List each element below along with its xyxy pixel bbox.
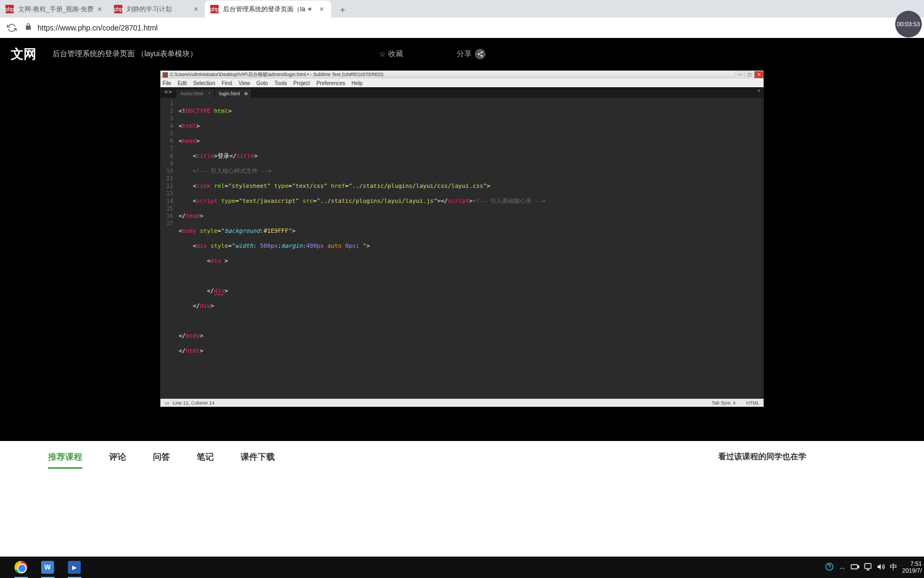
date-text: 2019/7/ (902, 567, 922, 574)
tab-size[interactable]: Tab Size: 4 (712, 400, 736, 406)
tab-notes[interactable]: 笔记 (197, 452, 214, 469)
php-favicon: php (114, 5, 122, 13)
audio-icon[interactable] (307, 6, 314, 12)
taskbar-recorder[interactable]: ▶ (61, 557, 88, 578)
tab-comments[interactable]: 评论 (109, 452, 126, 469)
php-favicon: php (5, 5, 14, 13)
svg-point-1 (478, 54, 480, 55)
menu-view[interactable]: View (238, 80, 250, 86)
share-icon (475, 49, 486, 59)
svg-point-2 (481, 55, 483, 57)
menu-goto[interactable]: Goto (256, 80, 268, 86)
editor-tab-home[interactable]: home.html × (176, 89, 214, 98)
close-icon[interactable]: × (192, 5, 199, 13)
share-button[interactable]: 分享 (457, 49, 486, 59)
svg-rect-6 (865, 564, 871, 568)
chevron-up-icon[interactable]: ︿ (838, 564, 846, 572)
menu-find[interactable]: Find (222, 80, 232, 86)
start-button[interactable] (0, 557, 7, 578)
cursor-position[interactable]: Line 11, Column 14 (173, 400, 214, 406)
reload-icon[interactable] (4, 20, 19, 35)
fav-label: 收藏 (388, 49, 403, 59)
minimap[interactable] (761, 98, 764, 399)
taskbar-chrome[interactable] (7, 557, 34, 578)
video-area[interactable]: C:\Users\Administrator\Desktop\VIP\后台模板\… (0, 70, 924, 441)
sublime-window: C:\Users\Administrator\Desktop\VIP\后台模板\… (160, 70, 764, 407)
windows-taskbar: W ▶ ︿ 中 7:51 2019/7/ (0, 557, 924, 578)
sublime-titlebar: C:\Users\Administrator\Desktop\VIP\后台模板\… (160, 71, 764, 79)
url-text[interactable]: https://www.php.cn/code/28701.html (37, 24, 158, 32)
tab-qa[interactable]: 问答 (153, 452, 170, 469)
menu-tools[interactable]: Tools (274, 80, 287, 86)
browser-tab-0[interactable]: php 文网-教程_手册_视频-免费 × (0, 1, 109, 18)
menu-file[interactable]: File (163, 80, 171, 86)
menu-edit[interactable]: Edit (178, 80, 187, 86)
page-title: 后台管理系统的登录页面 （layui表单模块） (52, 49, 197, 59)
svg-rect-5 (858, 566, 859, 568)
course-section: 推荐课程 评论 问答 笔记 课件下载 看过该课程的同学也在学 (0, 441, 924, 476)
code-content[interactable]: <!DOCTYPE html> <html> <head> <title>登录<… (176, 98, 761, 399)
menu-preferences[interactable]: Preferences (317, 80, 345, 86)
dirty-indicator-icon (244, 92, 248, 95)
editor-tab-login-active[interactable]: login.html (215, 89, 251, 98)
browser-tab-strip: php 文网-教程_手册_视频-免费 × php 刘静的学习计划 × php 后… (0, 0, 924, 18)
clock[interactable]: 7:51 2019/7/ (902, 560, 922, 574)
volume-icon[interactable] (876, 562, 885, 572)
network-icon[interactable] (864, 562, 872, 572)
statusbar-icon[interactable]: ▭ (165, 400, 170, 406)
course-tabs: 推荐课程 评论 问答 笔记 课件下载 (48, 452, 275, 469)
browser-tab-2-active[interactable]: php 后台管理系统的登录页面（la × (205, 1, 330, 18)
sublime-window-title: C:\Users\Administrator\Desktop\VIP\后台模板\… (170, 71, 383, 78)
menu-selection[interactable]: Selection (193, 80, 215, 86)
taskbar-left: W ▶ (0, 557, 88, 578)
sublime-statusbar: ▭ Line 11, Column 14 Tab Size: 4 HTML (160, 399, 764, 407)
svg-point-0 (481, 51, 483, 53)
new-tab-button[interactable]: + (335, 3, 350, 18)
php-favicon: php (210, 5, 219, 13)
help-icon[interactable] (825, 562, 834, 572)
lock-icon[interactable] (25, 23, 35, 33)
tab-close-icon[interactable]: × (208, 90, 211, 96)
tab-nav-arrows[interactable]: ◀ ▶ (164, 89, 173, 94)
address-bar: https://www.php.cn/code/28701.html (0, 18, 924, 38)
window-controls: ─ ▢ ✕ (735, 71, 764, 78)
window-close-button[interactable]: ✕ (754, 71, 764, 78)
ime-indicator[interactable]: 中 (889, 562, 898, 572)
time-text: 7:51 (902, 560, 922, 567)
recording-timer-badge[interactable]: 00:03:53 (895, 11, 922, 37)
line-gutter: 1234567891011121314151617 (160, 98, 176, 399)
editor-tab-label: home.html (181, 91, 203, 96)
sublime-tab-row: ◀ ▶ home.html × login.html ▼ (160, 87, 764, 98)
file-type[interactable]: HTML (746, 400, 760, 406)
sublime-menubar: File Edit Selection Find View Goto Tools… (160, 79, 764, 87)
battery-icon[interactable] (851, 564, 859, 571)
tab-title: 刘静的学习计划 (127, 5, 190, 14)
tab-title: 后台管理系统的登录页面（la (223, 5, 305, 14)
system-tray: ︿ 中 7:51 2019/7/ (825, 557, 924, 578)
page-header: 文网 后台管理系统的登录页面 （layui表单模块） ☆ 收藏 分享 (0, 38, 924, 70)
svg-rect-4 (851, 565, 858, 569)
tab-overflow-icon[interactable]: ▼ (757, 88, 761, 94)
sublime-app-icon (163, 72, 168, 78)
wps-icon: W (41, 561, 54, 574)
menu-project[interactable]: Project (294, 80, 310, 86)
favorite-button[interactable]: ☆ 收藏 (379, 49, 403, 59)
close-icon[interactable]: × (96, 5, 103, 13)
browser-tab-1[interactable]: php 刘静的学习计划 × (109, 1, 205, 18)
site-logo[interactable]: 文网 (11, 45, 36, 63)
editor-tab-label: login.html (219, 91, 240, 96)
editor-body[interactable]: 1234567891011121314151617 <!DOCTYPE html… (160, 98, 764, 399)
also-learning-heading: 看过该课程的同学也在学 (718, 452, 806, 462)
tab-recommended[interactable]: 推荐课程 (48, 452, 82, 469)
tab-downloads[interactable]: 课件下载 (241, 452, 275, 469)
chrome-icon (14, 561, 27, 574)
taskbar-wps[interactable]: W (34, 557, 61, 578)
close-icon[interactable]: × (318, 5, 326, 13)
maximize-button[interactable]: ▢ (744, 71, 754, 78)
menu-help[interactable]: Help (352, 80, 363, 86)
star-icon: ☆ (379, 50, 386, 58)
recorder-icon: ▶ (68, 561, 81, 574)
minimize-button[interactable]: ─ (735, 71, 744, 78)
share-label: 分享 (457, 49, 472, 59)
tab-title: 文网-教程_手册_视频-免费 (18, 5, 94, 14)
